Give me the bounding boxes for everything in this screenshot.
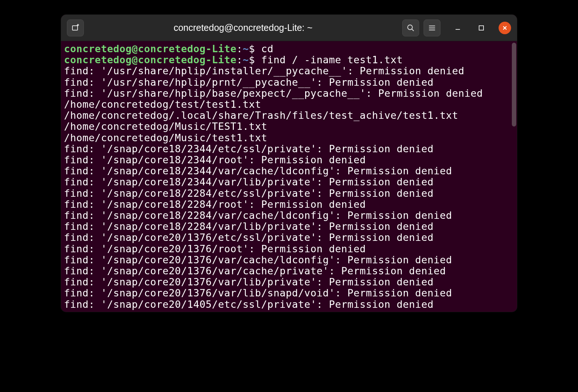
output-line: find: '/snap/core18/2344/etc/ssl/private… [64,143,514,154]
output-line: find: '/snap/core18/2344/var/lib/private… [64,177,514,188]
output-line: find: '/usr/share/hplip/base/pexpect/__p… [64,88,514,99]
svg-line-4 [412,29,414,31]
close-icon [502,25,507,31]
prompt-path: ~ [243,54,249,65]
output-line: find: '/snap/core18/2344/root': Permissi… [64,154,514,165]
output-line: find: '/snap/core20/1376/etc/ssl/private… [64,232,514,243]
svg-rect-9 [479,26,484,30]
minimize-icon [455,25,461,31]
output-line: find: '/usr/share/hplip/installer/__pyca… [64,65,514,76]
output-line: find: '/snap/core18/2284/var/cache/ldcon… [64,210,514,221]
output-line: find: '/snap/core18/2284/etc/ssl/private… [64,188,514,199]
close-button[interactable] [499,22,511,34]
prompt-userhost: concretedog@concretedog-Lite [64,43,236,54]
titlebar: concretedog@concretedog-Lite: ~ [61,15,517,41]
output-line: find: '/snap/core18/2344/var/cache/ldcon… [64,165,514,177]
prompt-line: concretedog@concretedog-Lite:~$ find / -… [64,54,514,65]
command-text: find / -iname test1.txt [261,54,403,65]
output-line: find: '/snap/core20/1376/var/lib/private… [64,277,514,288]
command-text: cd [261,43,274,54]
search-button[interactable] [402,19,419,36]
search-icon [407,24,415,32]
output-line: find: '/snap/core20/1376/root': Permissi… [64,243,514,254]
maximize-icon [478,25,484,31]
terminal-window: concretedog@concretedog-Lite: ~ [61,15,517,312]
prompt-userhost: concretedog@concretedog-Lite [64,54,236,65]
window-title: concretedog@concretedog-Lite: ~ [88,22,399,33]
prompt-colon: : [236,54,243,65]
window-controls [452,22,511,34]
prompt-symbol: $ [249,54,255,65]
prompt-path: ~ [243,43,249,54]
scrollbar-thumb[interactable] [512,43,516,126]
hamburger-icon [428,24,436,32]
output-line: /home/concretedog/Music/TEST1.txt [64,121,514,132]
output-line: find: '/snap/core18/2284/root': Permissi… [64,199,514,210]
output-line: find: '/snap/core20/1405/etc/ssl/private… [64,299,514,310]
output-line: find: '/snap/core20/1376/var/lib/snapd/v… [64,288,514,299]
minimize-button[interactable] [452,22,464,34]
svg-rect-0 [72,26,78,30]
output-line: /home/concretedog/.local/share/Trash/fil… [64,110,514,121]
prompt-colon: : [236,43,243,54]
prompt-symbol: $ [249,43,255,54]
titlebar-actions [402,19,511,36]
output-line: find: '/snap/core20/1376/var/cache/ldcon… [64,254,514,266]
menu-button[interactable] [424,19,440,36]
output-line: /home/concretedog/Music/test1.txt [64,132,514,143]
output-line: find: '/snap/core18/2284/var/lib/private… [64,221,514,232]
output-line: find: '/usr/share/hplip/prnt/__pycache__… [64,77,514,88]
maximize-button[interactable] [475,22,488,34]
prompt-line: concretedog@concretedog-Lite:~$ cd [64,43,514,54]
new-tab-button[interactable] [67,19,84,36]
output-line: /home/concretedog/test/test1.txt [64,99,514,110]
new-tab-icon [71,24,80,32]
output-line: find: '/snap/core20/1376/var/cache/priva… [64,266,514,277]
svg-point-3 [408,25,413,29]
terminal-output[interactable]: concretedog@concretedog-Lite:~$ cd concr… [61,41,517,312]
